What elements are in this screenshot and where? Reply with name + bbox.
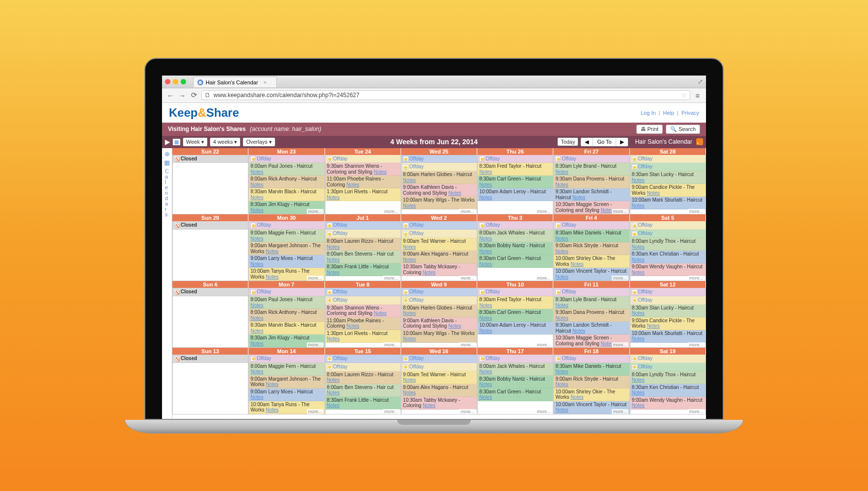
event-notes-link[interactable]: Notes <box>448 190 461 196</box>
day-cell[interactable]: Offday8:30am Lyle Brand - Haircut Notes9… <box>553 155 629 215</box>
appointment-event[interactable]: 8:00am Jack Whales - Haircut Notes <box>478 230 553 242</box>
event-notes-link[interactable]: Notes <box>423 403 435 408</box>
closed-event[interactable]: Closed <box>173 355 248 363</box>
day-header[interactable]: Tue 8 <box>325 281 401 288</box>
search-button[interactable]: 🔍 Search <box>666 125 700 134</box>
day-header[interactable]: Tue 24 <box>325 148 401 155</box>
event-notes-link[interactable]: Notes <box>403 178 416 183</box>
four-weeks-dropdown[interactable]: 4 weeks ▾ <box>210 137 241 147</box>
rss-icon[interactable] <box>696 138 703 145</box>
event-notes-link[interactable]: Notes <box>250 182 263 187</box>
more-link[interactable]: more... <box>383 276 400 281</box>
event-notes-link[interactable]: Notes <box>632 244 645 250</box>
appointment-event[interactable]: 9:00am Kathleen Davis - Coloring and Sty… <box>402 184 477 197</box>
appointment-event[interactable]: 8:30am Lyle Brand - Haircut Notes <box>554 296 629 309</box>
more-link[interactable]: more... <box>535 342 552 347</box>
day-cell[interactable]: Offday8:00am Maggie Fern - Haircut Notes… <box>248 221 325 281</box>
event-notes-link[interactable]: Notes <box>327 257 340 262</box>
appointment-event[interactable]: 8:30am Carl Green - Haircut Notes <box>478 388 553 401</box>
calendar-grid-icon[interactable]: ▦ <box>172 138 181 146</box>
event-notes-link[interactable]: Notes <box>479 315 492 321</box>
appointment-event[interactable]: 9:00am Ted Warner - Haircut Notes <box>402 371 477 384</box>
goto-button[interactable]: Go To <box>593 138 616 146</box>
logo[interactable]: Keep&Share <box>169 106 239 120</box>
appointment-event[interactable]: 8:00am Harlen Globes - Haircut Notes <box>402 305 477 317</box>
day-cell[interactable]: Offday8:30am Fred Taylor - Haircut Notes… <box>477 155 553 215</box>
event-notes-link[interactable]: Notes <box>374 310 386 316</box>
more-link[interactable]: more... <box>383 342 400 347</box>
appointment-event[interactable]: 10:00am Adam Leroy - Haircut Notes <box>478 322 553 335</box>
event-notes-link[interactable]: Notes <box>403 377 416 383</box>
event-notes-link[interactable]: Notes <box>555 382 568 387</box>
event-notes-link[interactable]: Notes <box>572 328 585 334</box>
offday-event[interactable]: Offday <box>630 296 705 305</box>
event-notes-link[interactable]: Notes <box>632 257 645 262</box>
offday-event[interactable]: Offday <box>249 221 324 230</box>
offday-event[interactable]: Offday <box>554 288 629 296</box>
offday-event[interactable]: Offday <box>326 155 401 163</box>
event-notes-link[interactable]: Notes <box>632 310 645 316</box>
bookmark-star-icon[interactable]: ☆ <box>681 92 687 99</box>
appointment-event[interactable]: 10:00am Mary Wigs - The Works Notes <box>402 330 477 343</box>
offday-event[interactable]: Offday <box>478 355 553 363</box>
offday-event[interactable]: Offday <box>630 163 705 171</box>
day-cell[interactable]: Offday8:00am Paul Jones - Haircut Notes8… <box>248 155 325 215</box>
event-notes-link[interactable]: Notes <box>555 236 568 241</box>
appointment-event[interactable]: 8:00am Lauren Rizzo - Haircut Notes <box>326 238 401 251</box>
offday-event[interactable]: Offday <box>402 221 477 230</box>
event-notes-link[interactable]: Notes <box>479 394 492 400</box>
more-link[interactable]: more... <box>688 209 705 214</box>
offday-event[interactable]: Offday <box>478 288 553 296</box>
appointment-event[interactable]: 8:30am Mike Daniels - Haircut Notes <box>554 230 629 242</box>
offday-event[interactable]: Offday <box>478 221 553 230</box>
minimize-window-icon[interactable] <box>173 79 178 84</box>
appointment-event[interactable]: 8:30am Lyle Brand - Haircut Notes <box>554 163 629 176</box>
offday-event[interactable]: Offday <box>630 230 705 238</box>
more-link[interactable]: more... <box>459 209 476 214</box>
day-header[interactable]: Sun 13 <box>172 348 248 355</box>
event-notes-link[interactable]: Notes <box>327 403 340 408</box>
week-dropdown[interactable]: Week ▾ <box>183 137 208 147</box>
event-notes-link[interactable]: Notes <box>555 249 568 254</box>
appointment-event[interactable]: 9:00am Kathleen Davis - Coloring and Sty… <box>402 317 477 330</box>
offday-event[interactable]: Offday <box>249 155 324 163</box>
event-notes-link[interactable]: Notes <box>327 270 340 275</box>
day-header[interactable]: Sat 19 <box>630 348 706 355</box>
offday-event[interactable]: Offday <box>249 288 324 296</box>
day-cell[interactable]: Closed <box>172 288 248 348</box>
appointment-event[interactable]: 8:30am Carl Green - Haircut Notes <box>478 176 553 188</box>
day-cell[interactable]: OffdayOffday8:30am Stan Lucky - Haircut … <box>630 288 706 348</box>
appointment-event[interactable]: 11:00am Phoebe Raines - Coloring Notes <box>326 317 401 330</box>
appointment-event[interactable]: 8:30am Mike Daniels - Haircut Notes <box>554 363 629 376</box>
offday-event[interactable]: Offday <box>554 221 629 230</box>
appointment-event[interactable]: 8:30am Stan Lucky - Haircut Notes <box>630 171 705 184</box>
day-header[interactable]: Mon 7 <box>248 281 325 288</box>
appointment-event[interactable]: 9:00am Wendy Vaughn - Haircut Notes <box>630 263 705 276</box>
event-notes-link[interactable]: Notes <box>347 182 359 187</box>
offday-event[interactable]: Offday <box>402 288 477 296</box>
appointment-event[interactable]: 9:30am Landon Schmidt - Haircut Notes <box>554 322 629 335</box>
offday-event[interactable]: Offday <box>326 230 401 238</box>
appointment-event[interactable]: 10:30am Tabby Mckasey - Coloring Notes <box>402 263 477 276</box>
day-header[interactable]: Fri 27 <box>553 148 629 155</box>
event-notes-link[interactable]: Notes <box>327 336 340 341</box>
more-link[interactable]: more... <box>459 342 476 347</box>
event-notes-link[interactable]: Notes <box>479 249 492 254</box>
appointment-event[interactable]: 9:00am Rick Stryde - Haircut Notes <box>554 376 629 388</box>
day-cell[interactable]: OffdayOffday9:30am Shannon Wiens - Corlo… <box>325 288 401 348</box>
day-cell[interactable]: Closed <box>172 221 248 281</box>
add-icon[interactable]: ⊕ <box>164 150 170 157</box>
appointment-event[interactable]: 9:00am Alex Hagans - Haircut Notes <box>402 384 477 397</box>
appointment-event[interactable]: 8:30am Marvin Black - Haircut Notes <box>249 188 324 201</box>
event-notes-link[interactable]: Notes <box>479 195 492 200</box>
appointment-event[interactable]: 11:00am Phoebe Raines - Coloring Notes <box>326 176 401 188</box>
event-notes-link[interactable]: Notes <box>555 369 568 374</box>
day-header[interactable]: Fri 11 <box>553 281 629 288</box>
offday-event[interactable]: Offday <box>402 355 477 363</box>
appointment-event[interactable]: 9:00am Candice Pickle - The Works Notes <box>630 317 705 330</box>
sidebar-calendars-label[interactable]: Calendars <box>165 169 169 217</box>
event-notes-link[interactable]: Notes <box>403 310 416 316</box>
day-cell[interactable]: Offday9:30am Shannon Wiens - Corloring a… <box>325 155 401 215</box>
more-link[interactable]: more... <box>688 342 705 347</box>
event-notes-link[interactable]: Notes <box>555 182 568 187</box>
